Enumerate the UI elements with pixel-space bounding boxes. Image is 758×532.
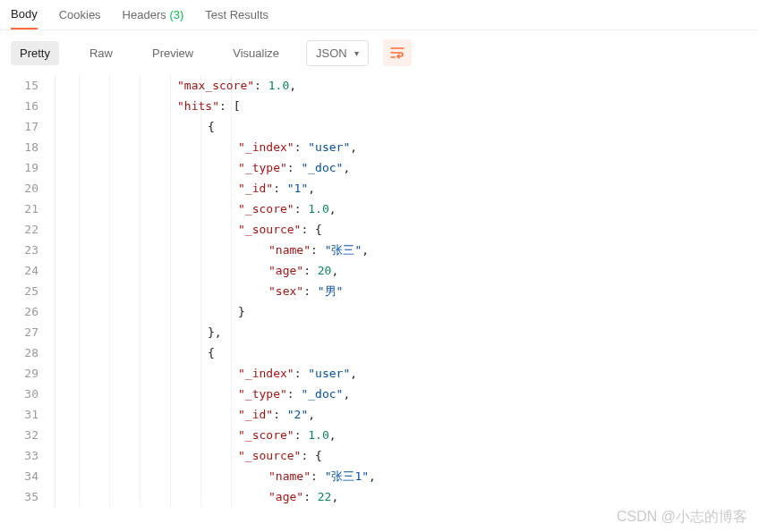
line-number: 29 (0, 363, 38, 384)
code-viewer: 1516171819202122232425262728293031323334… (0, 75, 758, 507)
line-number: 24 (0, 260, 38, 281)
line-number: 26 (0, 301, 38, 322)
line-number: 32 (0, 425, 38, 445)
format-dropdown[interactable]: JSON ▾ (306, 40, 369, 66)
line-number: 33 (0, 445, 38, 466)
line-number: 17 (0, 116, 38, 137)
tab-body[interactable]: Body (11, 7, 38, 30)
line-number: 15 (0, 75, 38, 96)
line-number: 31 (0, 404, 38, 425)
tab-headers[interactable]: Headers (3) (123, 8, 184, 29)
view-visualize-button[interactable]: Visualize (224, 41, 288, 65)
line-number: 18 (0, 137, 38, 157)
line-number: 25 (0, 281, 38, 301)
view-preview-button[interactable]: Preview (143, 41, 202, 65)
headers-count: (3) (169, 8, 183, 21)
line-number: 35 (0, 486, 38, 507)
response-toolbar: Pretty Raw Preview Visualize JSON ▾ (0, 30, 758, 75)
tab-cookies[interactable]: Cookies (59, 8, 101, 29)
line-number: 34 (0, 466, 38, 486)
response-tabs: Body Cookies Headers (3) Test Results (0, 0, 758, 30)
line-number: 16 (0, 96, 38, 116)
line-number: 23 (0, 240, 38, 260)
line-gutter: 1516171819202122232425262728293031323334… (0, 75, 55, 507)
line-number: 28 (0, 342, 38, 363)
wrap-lines-button[interactable] (383, 39, 412, 66)
tab-test-results[interactable]: Test Results (205, 8, 268, 29)
format-label: JSON (316, 46, 347, 60)
view-raw-button[interactable]: Raw (81, 41, 122, 65)
view-mode-segment: Pretty Raw Preview Visualize (11, 41, 288, 65)
code-content[interactable]: "max_score": 1.0, "hits": [ { "_index": … (55, 75, 758, 507)
chevron-down-icon: ▾ (354, 48, 359, 58)
tab-headers-label: Headers (123, 8, 166, 21)
line-number: 22 (0, 219, 38, 240)
line-number: 27 (0, 322, 38, 342)
line-number: 20 (0, 178, 38, 198)
line-number: 19 (0, 157, 38, 178)
line-number: 21 (0, 198, 38, 219)
view-pretty-button[interactable]: Pretty (11, 41, 59, 65)
wrap-icon (390, 46, 405, 59)
line-number: 30 (0, 384, 38, 404)
